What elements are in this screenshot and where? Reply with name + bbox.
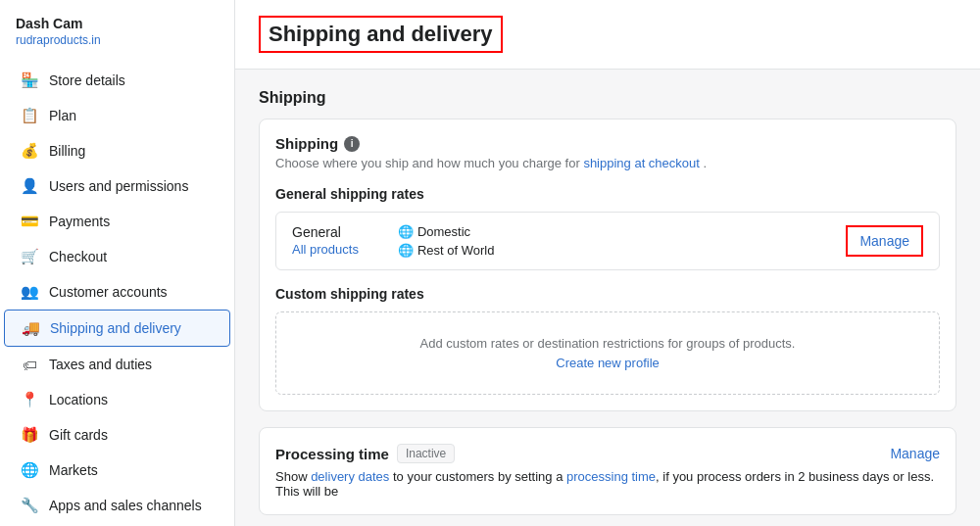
sidebar-item-label-gift-cards: Gift cards [49, 427, 108, 443]
rate-destination-world: 🌐 Rest of World [398, 243, 495, 258]
sidebar-item-plan[interactable]: 📋Plan [4, 98, 230, 133]
processing-text: Show delivery dates to your customers by… [275, 469, 940, 499]
processing-time-link[interactable]: processing time [566, 469, 656, 484]
rate-info: General All products 🌐 Domestic 🌐 Rest o… [292, 224, 494, 258]
store-url[interactable]: rudraproducts.in [16, 33, 101, 47]
checkout-icon: 🛒 [20, 247, 39, 266]
processing-time-card: Processing time Inactive Manage Show del… [259, 427, 956, 515]
custom-rates-section: Custom shipping rates Add custom rates o… [275, 286, 940, 395]
rate-destinations: 🌐 Domestic 🌐 Rest of World [398, 224, 495, 258]
sidebar-item-customer-accounts[interactable]: 👥Customer accounts [4, 274, 230, 310]
shipping-delivery-icon: 🚚 [21, 318, 40, 338]
billing-icon: 💰 [20, 141, 39, 161]
sidebar-item-label-checkout: Checkout [49, 249, 107, 264]
sidebar-item-label-locations: Locations [49, 392, 108, 407]
general-rates-title: General shipping rates [275, 186, 940, 202]
custom-rates-box: Add custom rates or destination restrict… [275, 311, 940, 395]
shipping-card-title: Shipping i [275, 135, 940, 152]
shipping-card: Shipping i Choose where you ship and how… [259, 119, 956, 411]
sidebar-item-gift-cards[interactable]: 🎁Gift cards [4, 417, 230, 453]
sidebar-header: Dash Cam rudraproducts.in [0, 0, 234, 55]
processing-badge: Inactive [397, 444, 455, 463]
store-details-icon: 🏪 [20, 71, 39, 90]
info-icon: i [344, 136, 360, 152]
sidebar-nav: 🏪Store details📋Plan💰Billing👤Users and pe… [0, 55, 234, 526]
sidebar-item-label-apps-sales-channels: Apps and sales channels [49, 498, 202, 513]
sidebar-item-markets[interactable]: 🌐Markets [4, 453, 230, 488]
sidebar-item-label-store-details: Store details [49, 72, 125, 88]
manage-general-rates-button[interactable]: Manage [846, 225, 923, 257]
manage-processing-button[interactable]: Manage [890, 446, 940, 461]
sidebar-item-shipping-delivery[interactable]: 🚚Shipping and delivery [4, 310, 230, 347]
markets-icon: 🌐 [20, 460, 39, 480]
rate-label: General [292, 224, 359, 240]
create-profile-link[interactable]: Create new profile [556, 356, 660, 370]
payments-icon: 💳 [20, 212, 39, 231]
sidebar: Dash Cam rudraproducts.in 🏪Store details… [0, 0, 235, 526]
processing-title-row: Processing time Inactive [275, 444, 455, 463]
shipping-rate-row: General All products 🌐 Domestic 🌐 Rest o… [275, 212, 940, 270]
users-permissions-icon: 👤 [20, 176, 39, 196]
delivery-dates-link[interactable]: delivery dates [311, 469, 389, 484]
globe-icon-domestic: 🌐 [398, 224, 414, 239]
sidebar-item-label-taxes-duties: Taxes and duties [49, 357, 152, 372]
sidebar-item-store-details[interactable]: 🏪Store details [4, 63, 230, 98]
store-name: Dash Cam [16, 16, 219, 31]
sidebar-item-label-shipping-delivery: Shipping and delivery [50, 320, 181, 336]
sidebar-item-payments[interactable]: 💳Payments [4, 204, 230, 239]
sidebar-item-taxes-duties[interactable]: 🏷Taxes and duties [4, 347, 230, 382]
sidebar-item-label-markets: Markets [49, 462, 98, 478]
shipping-checkout-link[interactable]: shipping at checkout [583, 156, 700, 170]
processing-header: Processing time Inactive Manage [275, 444, 940, 463]
page-header: Shipping and delivery [235, 0, 980, 70]
rate-sublabel: All products [292, 242, 359, 257]
sidebar-item-apps-sales-channels[interactable]: 🔧Apps and sales channels [4, 488, 230, 523]
rate-label-group: General All products [292, 224, 359, 258]
sidebar-item-label-users-permissions: Users and permissions [49, 178, 188, 194]
sidebar-item-label-customer-accounts: Customer accounts [49, 284, 168, 300]
content-area: Shipping Shipping i Choose where you shi… [235, 70, 980, 526]
sidebar-item-locations[interactable]: 📍Locations [4, 382, 230, 417]
gift-cards-icon: 🎁 [20, 425, 39, 445]
custom-rates-title: Custom shipping rates [275, 286, 940, 302]
page-title: Shipping and delivery [259, 16, 503, 53]
rate-destination-domestic: 🌐 Domestic [398, 224, 495, 239]
sidebar-item-users-permissions[interactable]: 👤Users and permissions [4, 168, 230, 204]
customer-accounts-icon: 👥 [20, 282, 39, 302]
sidebar-item-checkout[interactable]: 🛒Checkout [4, 239, 230, 274]
apps-sales-channels-icon: 🔧 [20, 496, 39, 515]
locations-icon: 📍 [20, 390, 39, 409]
globe-icon-world: 🌐 [398, 243, 414, 258]
custom-rates-text: Add custom rates or destination restrict… [300, 336, 915, 351]
processing-title: Processing time [275, 446, 389, 462]
shipping-section-title: Shipping [259, 89, 956, 107]
plan-icon: 📋 [20, 106, 39, 125]
main-content: Shipping and delivery Shipping Shipping … [235, 0, 980, 526]
sidebar-item-label-billing: Billing [49, 143, 85, 159]
sidebar-item-billing[interactable]: 💰Billing [4, 133, 230, 168]
taxes-duties-icon: 🏷 [20, 355, 39, 374]
shipping-card-subtitle: Choose where you ship and how much you c… [275, 156, 940, 170]
sidebar-item-label-plan: Plan [49, 108, 76, 123]
sidebar-item-label-payments: Payments [49, 214, 110, 229]
